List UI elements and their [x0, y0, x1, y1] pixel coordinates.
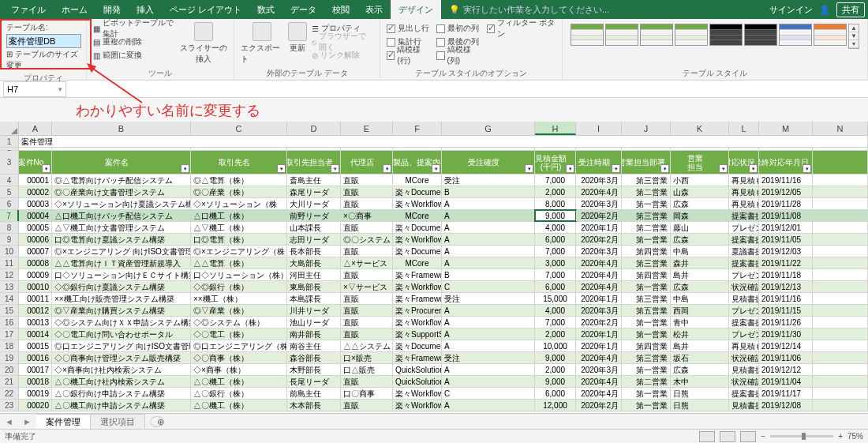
- cell[interactable]: プレゼン実施: [729, 222, 759, 233]
- cell[interactable]: [813, 328, 868, 340]
- tab-data[interactable]: データ: [282, 0, 324, 19]
- cell[interactable]: プレゼン実施: [729, 305, 759, 316]
- cell[interactable]: 直販: [341, 376, 393, 387]
- cell[interactable]: 見積書提出: [729, 293, 759, 304]
- cell[interactable]: 提案書提出: [729, 388, 759, 399]
- cell[interactable]: 提案書提出: [729, 257, 759, 268]
- row-header[interactable]: 13: [0, 281, 19, 292]
- row-header[interactable]: 17: [0, 328, 19, 340]
- cell[interactable]: 2019/11/04: [759, 376, 813, 387]
- row-header[interactable]: 6: [0, 198, 19, 209]
- cell[interactable]: 楽々Procurement II: [393, 305, 442, 316]
- table-header-cell[interactable]: 営業担当部署▾: [622, 151, 671, 174]
- style-swatch[interactable]: [571, 24, 604, 46]
- cell[interactable]: 山本課長: [287, 222, 341, 233]
- cell[interactable]: [729, 148, 759, 150]
- view-normal-button[interactable]: [699, 431, 715, 442]
- cell[interactable]: A: [442, 364, 535, 375]
- row-header[interactable]: 15: [0, 305, 19, 316]
- cell[interactable]: 案件管理: [19, 136, 868, 147]
- cell[interactable]: [19, 148, 52, 150]
- cell[interactable]: [52, 148, 191, 150]
- cell[interactable]: [287, 148, 341, 150]
- cell[interactable]: △口機工（株）: [191, 210, 287, 221]
- cell[interactable]: 10,000: [535, 340, 576, 351]
- cell[interactable]: 日熊: [671, 400, 729, 411]
- row-header[interactable]: 19: [0, 352, 19, 363]
- cell[interactable]: 00016: [19, 352, 52, 363]
- row-header[interactable]: 1: [0, 136, 19, 147]
- cell[interactable]: [813, 198, 868, 209]
- cell[interactable]: 2019/11/06: [759, 352, 813, 363]
- select-all-triangle[interactable]: [0, 122, 19, 135]
- cell[interactable]: 直販: [341, 305, 393, 316]
- cell[interactable]: 直販: [341, 175, 393, 186]
- cell[interactable]: MCore: [393, 257, 442, 268]
- cell[interactable]: 2020年4月: [576, 281, 622, 292]
- cell[interactable]: △×サービス: [341, 257, 393, 268]
- cell[interactable]: [813, 352, 868, 363]
- cell[interactable]: 第一営業: [622, 198, 671, 209]
- cell[interactable]: [576, 148, 622, 150]
- cell[interactable]: [341, 148, 393, 150]
- cell[interactable]: 楽々Workflow II: [393, 281, 442, 292]
- row-header[interactable]: 22: [0, 388, 19, 399]
- col-header[interactable]: K: [671, 122, 729, 135]
- table-row[interactable]: 900006口◎電算向け稟議システム構築口◎電算（株）志田リーダ◎〇システム楽々…: [0, 234, 868, 246]
- cell[interactable]: 受注: [442, 175, 535, 186]
- insert-slicer-button[interactable]: スライサーの 挿入: [180, 22, 227, 65]
- cell[interactable]: [813, 388, 868, 399]
- sheet-tab[interactable]: 選択項目: [91, 414, 145, 430]
- cell[interactable]: 提案書提出: [729, 317, 759, 328]
- cell[interactable]: 口〇商事: [341, 388, 393, 399]
- cell[interactable]: 9,000: [535, 376, 576, 387]
- cell[interactable]: [813, 400, 868, 411]
- cell[interactable]: 前島主任: [287, 388, 341, 399]
- filter-dropdown-icon[interactable]: ▾: [525, 164, 533, 173]
- cell[interactable]: △△電算（株）: [191, 257, 287, 268]
- tab-insert[interactable]: 挿入: [129, 0, 162, 19]
- cell[interactable]: 00003: [19, 198, 52, 209]
- tab-formulas[interactable]: 数式: [249, 0, 282, 19]
- table-header-cell[interactable]: 案件No▾: [19, 151, 52, 174]
- cell[interactable]: [813, 186, 868, 197]
- cell[interactable]: 2019/11/05: [759, 234, 813, 245]
- cell[interactable]: ◇×商事向け社内検索システム: [52, 364, 191, 375]
- cell[interactable]: 00007: [19, 246, 52, 257]
- cell[interactable]: [442, 148, 535, 150]
- cell[interactable]: 直販: [341, 400, 393, 411]
- cell[interactable]: [813, 269, 868, 280]
- cell[interactable]: 4,000: [535, 222, 576, 233]
- cell[interactable]: 長本部長: [287, 246, 341, 257]
- table-header-cell[interactable]: 最終対応年月日▾: [759, 151, 813, 174]
- cell[interactable]: △▽機工（株）: [191, 222, 287, 233]
- cell[interactable]: 00012: [19, 305, 52, 316]
- table-row[interactable]: 800005△▽機工向け文書管理システム△▽機工（株）山本課長直販楽々Docum…: [0, 222, 868, 234]
- cell[interactable]: 00011: [19, 293, 52, 304]
- cell[interactable]: 8,000: [535, 198, 576, 209]
- cell[interactable]: A: [442, 328, 535, 340]
- row-header[interactable]: 8: [0, 222, 19, 233]
- tab-pagelayout[interactable]: ページ レイアウト: [162, 0, 249, 19]
- cell[interactable]: [622, 148, 671, 150]
- cell[interactable]: 2019/11/16: [759, 293, 813, 304]
- cell[interactable]: △〇銀行向け申請システム構築: [52, 388, 191, 399]
- cell[interactable]: 東島部長: [287, 281, 341, 292]
- cell[interactable]: 稟議書提出: [729, 246, 759, 257]
- col-header[interactable]: E: [341, 122, 393, 135]
- table-header-cell[interactable]: 対応状況▾: [729, 151, 759, 174]
- cell[interactable]: 2020年3月: [576, 175, 622, 186]
- cell[interactable]: 楽々Framework 3: [393, 352, 442, 363]
- cell[interactable]: △▽機工向け文書管理システム: [52, 222, 191, 233]
- cell[interactable]: 第一営業: [622, 234, 671, 245]
- cell[interactable]: A: [442, 317, 535, 328]
- col-header[interactable]: D: [287, 122, 341, 135]
- cell[interactable]: 木本部長: [287, 400, 341, 411]
- cell[interactable]: 広森: [671, 281, 729, 292]
- col-header[interactable]: B: [52, 122, 191, 135]
- cell[interactable]: 00006: [19, 234, 52, 245]
- cell[interactable]: 2020年4月: [576, 376, 622, 387]
- resize-table-button[interactable]: ⊞ テーブルのサイズ変更: [6, 49, 80, 71]
- filter-dropdown-icon[interactable]: ▾: [331, 164, 339, 173]
- cell[interactable]: 直販: [341, 317, 393, 328]
